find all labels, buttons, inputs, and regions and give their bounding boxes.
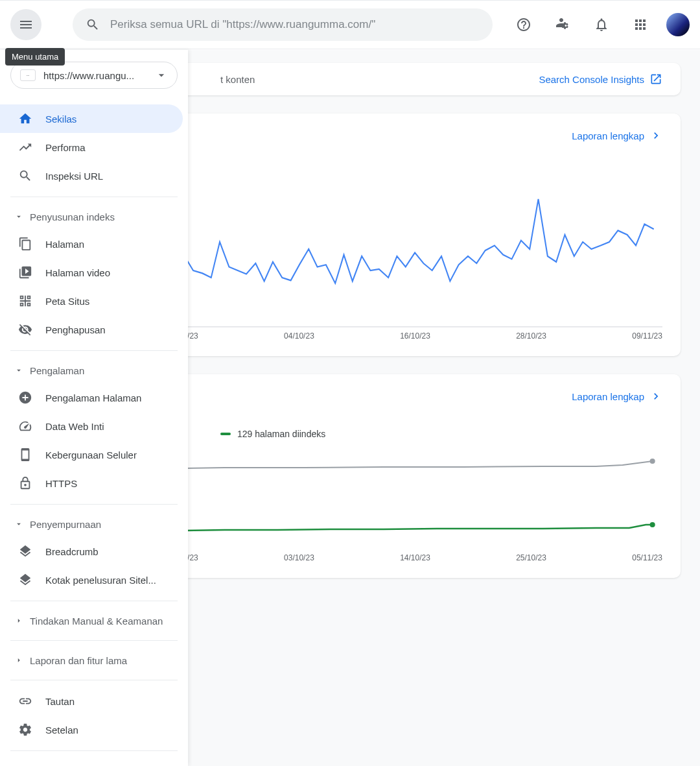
legend-label: 129 halaman diindeks bbox=[237, 429, 325, 439]
nav-label: Performa bbox=[45, 142, 86, 153]
nav-url-inspection[interactable]: Inspeksi URL bbox=[0, 162, 183, 190]
smartphone-icon bbox=[18, 448, 32, 462]
site-favicon-icon: ·· bbox=[20, 69, 36, 81]
help-button[interactable] bbox=[511, 12, 537, 38]
account-avatar[interactable] bbox=[666, 13, 690, 36]
gear-icon bbox=[18, 723, 32, 737]
property-selector[interactable]: ·· https://www.ruangu... bbox=[10, 62, 178, 89]
sidebar: ·· https://www.ruangu... Sekilas Perform… bbox=[0, 50, 188, 766]
nav-label: Inspeksi URL bbox=[45, 171, 103, 182]
nav-settings[interactable]: Setelan bbox=[0, 715, 183, 744]
main-menu-button[interactable] bbox=[10, 9, 41, 40]
nav-label: Sekilas bbox=[45, 114, 76, 125]
help-icon bbox=[516, 17, 531, 32]
nav-label: Penghapusan bbox=[45, 324, 106, 335]
link-icon bbox=[18, 694, 32, 708]
nav-label: Pengalaman Halaman bbox=[45, 392, 141, 403]
nav-video-pages[interactable]: Halaman video bbox=[0, 258, 183, 287]
indexed-legend: 129 halaman diindeks bbox=[220, 429, 662, 439]
chevron-right-icon bbox=[14, 656, 23, 665]
plus-circle-icon bbox=[18, 390, 32, 405]
svg-point-2 bbox=[650, 522, 655, 527]
nav-https[interactable]: HTTPS bbox=[0, 469, 183, 497]
apps-grid-icon bbox=[633, 17, 648, 32]
speed-icon bbox=[18, 419, 32, 433]
nav-pages[interactable]: Halaman bbox=[0, 230, 183, 258]
apps-button[interactable] bbox=[627, 12, 653, 38]
section-manual-security[interactable]: Tindakan Manual & Keamanan bbox=[0, 608, 188, 634]
divider bbox=[10, 350, 178, 351]
nav-label: Peta Situs bbox=[45, 296, 89, 307]
link-label: Search Console Insights bbox=[539, 74, 644, 85]
performance-full-report-link[interactable]: Laporan lengkap bbox=[572, 129, 662, 142]
link-label: Laporan lengkap bbox=[572, 391, 644, 402]
search-input[interactable] bbox=[110, 18, 480, 31]
nav-overview[interactable]: Sekilas bbox=[0, 104, 183, 133]
section-label: Pengalaman bbox=[30, 365, 84, 376]
layers-icon bbox=[18, 573, 32, 587]
chevron-down-icon bbox=[14, 520, 23, 529]
nav-performance[interactable]: Performa bbox=[0, 133, 183, 162]
divider bbox=[10, 504, 178, 505]
dropdown-icon bbox=[155, 69, 168, 82]
section-label: Tindakan Manual & Keamanan bbox=[30, 616, 163, 627]
nav-sitelinks-searchbox[interactable]: Kotak penelusuran Sitel... bbox=[0, 566, 183, 594]
partial-text: t konten bbox=[220, 74, 255, 85]
legend-swatch-icon bbox=[220, 433, 231, 435]
nav-breadcrumb[interactable]: Breadcrumb bbox=[0, 537, 183, 566]
url-inspection-search[interactable] bbox=[73, 8, 493, 41]
bell-icon bbox=[594, 17, 609, 32]
nav-removals[interactable]: Penghapusan bbox=[0, 315, 183, 344]
chevron-right-icon bbox=[14, 616, 23, 625]
nav-sitemaps[interactable]: Peta Situs bbox=[0, 287, 183, 315]
section-indexing[interactable]: Penyusunan indeks bbox=[0, 204, 188, 230]
section-legacy[interactable]: Laporan dan fitur lama bbox=[0, 647, 188, 673]
section-label: Penyusunan indeks bbox=[30, 211, 115, 222]
video-icon bbox=[18, 265, 32, 280]
section-label: Laporan dan fitur lama bbox=[30, 655, 127, 666]
nav-label: Halaman bbox=[45, 239, 84, 250]
nav-label: Breadcrumb bbox=[45, 546, 99, 557]
nav-label: Halaman video bbox=[45, 267, 110, 278]
search-console-insights-link[interactable]: Search Console Insights bbox=[539, 73, 662, 86]
indexing-full-report-link[interactable]: Laporan lengkap bbox=[572, 390, 662, 403]
nav-label: Kotak penelusuran Sitel... bbox=[45, 575, 156, 586]
link-label: Laporan lengkap bbox=[572, 130, 644, 141]
nav-label: HTTPS bbox=[45, 478, 77, 489]
sitemap-icon bbox=[18, 294, 32, 308]
lock-icon bbox=[18, 476, 32, 490]
nav-page-experience[interactable]: Pengalaman Halaman bbox=[0, 383, 183, 412]
home-icon bbox=[18, 112, 32, 126]
chevron-right-icon bbox=[649, 390, 662, 403]
nav-label: Kebergunaan Seluler bbox=[45, 449, 137, 461]
user-settings-icon bbox=[555, 17, 570, 32]
divider bbox=[10, 197, 178, 197]
section-label: Penyempurnaan bbox=[30, 519, 101, 530]
chevron-down-icon bbox=[14, 212, 23, 221]
nav-label: Setelan bbox=[45, 724, 78, 736]
section-enhancements[interactable]: Penyempurnaan bbox=[0, 511, 188, 537]
search-icon bbox=[18, 169, 32, 183]
notifications-button[interactable] bbox=[589, 12, 614, 38]
divider bbox=[10, 750, 178, 751]
layers-icon bbox=[18, 544, 32, 558]
section-experience[interactable]: Pengalaman bbox=[0, 357, 188, 383]
nav-label: Data Web Inti bbox=[45, 421, 104, 432]
top-bar bbox=[0, 0, 700, 49]
users-button[interactable] bbox=[550, 12, 576, 38]
property-label: https://www.ruangu... bbox=[43, 70, 147, 81]
nav-core-web-vitals[interactable]: Data Web Inti bbox=[0, 412, 183, 440]
visibility-off-icon bbox=[18, 322, 32, 337]
nav-label: Tautan bbox=[45, 696, 75, 707]
copy-icon bbox=[18, 237, 32, 251]
top-actions bbox=[498, 12, 690, 38]
open-external-icon bbox=[649, 73, 662, 86]
svg-point-1 bbox=[650, 459, 655, 464]
hamburger-icon bbox=[18, 17, 34, 32]
nav-mobile-usability[interactable]: Kebergunaan Seluler bbox=[0, 440, 183, 469]
nav-links[interactable]: Tautan bbox=[0, 687, 183, 715]
divider bbox=[10, 680, 178, 680]
divider bbox=[10, 601, 178, 601]
search-icon bbox=[86, 18, 100, 32]
divider bbox=[10, 640, 178, 641]
